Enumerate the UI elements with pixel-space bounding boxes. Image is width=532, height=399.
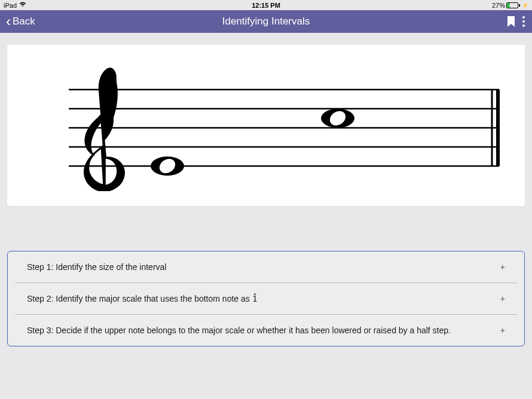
back-label: Back xyxy=(13,16,35,27)
battery-icon xyxy=(506,2,520,8)
step-item-3[interactable]: Step 3: Decide if the upper note belongs… xyxy=(15,315,517,346)
status-left: iPad xyxy=(4,2,26,9)
device-label: iPad xyxy=(4,2,17,9)
step-item-2[interactable]: Step 2: Identify the major scale that us… xyxy=(15,283,517,315)
music-staff-svg xyxy=(27,60,505,191)
steps-container: Step 1: Identify the size of the interva… xyxy=(7,251,525,346)
back-button[interactable]: ‹ Back xyxy=(6,14,35,29)
nav-right xyxy=(507,14,526,29)
status-bar: iPad 12:15 PM 27% ⚡ xyxy=(0,0,532,10)
content-area: Step 1: Identify the size of the interva… xyxy=(0,33,532,358)
battery-percent: 27% xyxy=(492,2,505,9)
charging-icon: ⚡ xyxy=(522,2,528,8)
status-right: 27% ⚡ xyxy=(492,2,528,9)
status-time: 12:15 PM xyxy=(252,2,280,9)
page-title: Identifying Intervals xyxy=(222,16,310,27)
step-item-1[interactable]: Step 1: Identify the size of the interva… xyxy=(15,251,517,283)
chevron-left-icon: ‹ xyxy=(6,14,11,29)
nav-bar: ‹ Back Identifying Intervals xyxy=(0,10,532,33)
wifi-icon xyxy=(19,2,26,8)
more-icon[interactable] xyxy=(521,14,526,29)
expand-icon: + xyxy=(500,262,505,272)
expand-icon: + xyxy=(500,294,505,303)
bookmark-icon[interactable] xyxy=(507,16,515,27)
music-staff-card xyxy=(7,45,525,206)
step-text: Step 3: Decide if the upper note belongs… xyxy=(27,326,451,335)
expand-icon: + xyxy=(500,326,505,335)
step-text: Step 2: Identify the major scale that us… xyxy=(27,294,258,303)
step-text: Step 1: Identify the size of the interva… xyxy=(27,262,166,272)
